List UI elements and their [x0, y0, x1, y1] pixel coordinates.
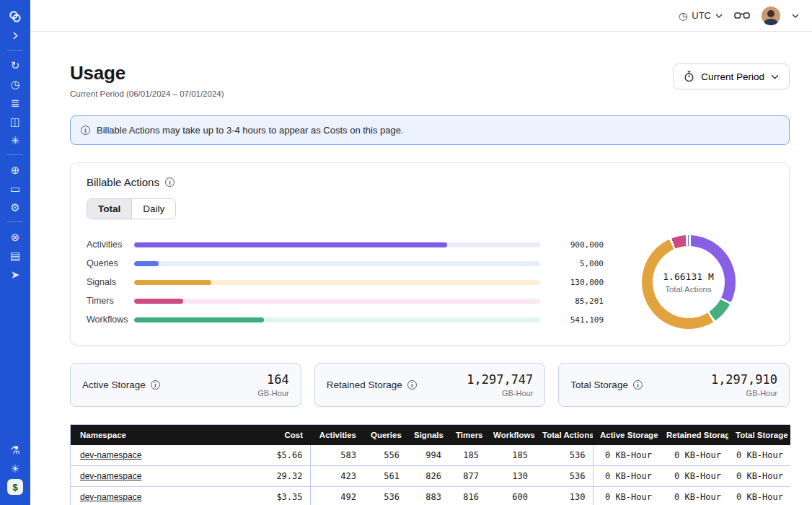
sidebar-divider	[7, 50, 23, 50]
table-row: dev-namespace $5.66 583 556 994 185 185 …	[71, 445, 790, 466]
active-storage-card: Active Storage i 164 GB-Hour	[70, 363, 301, 407]
cell-activities: 492	[310, 487, 363, 505]
col-workflows: Workflows	[486, 425, 535, 445]
tab-daily[interactable]: Daily	[132, 199, 175, 219]
info-icon[interactable]: i	[407, 380, 417, 390]
cell-retained-storage: 0 KB-Hour	[659, 445, 728, 466]
cube-icon: ◫	[10, 116, 20, 127]
col-total-storage: Total Storage	[728, 425, 790, 445]
bar-row-activities: Activities 900,000	[87, 238, 604, 252]
info-banner: i Billable Actions may take up to 3-4 ho…	[70, 115, 790, 145]
sidebar-item-getting-started[interactable]: ➤	[0, 265, 30, 284]
bar-label: Workflows	[87, 315, 134, 325]
sidebar-divider	[7, 154, 23, 155]
donut-total-value: 1.66131 M	[663, 271, 713, 282]
bar-track	[134, 280, 540, 285]
collapse-chevron-icon[interactable]	[0, 26, 30, 45]
cell-retained-storage: 0 KB-Hour	[659, 487, 728, 505]
page-subtitle: Current Period (06/01/2024 – 07/01/2024)	[70, 89, 224, 98]
info-icon[interactable]: i	[633, 380, 643, 390]
sidebar-item-labs[interactable]: ⚗	[0, 440, 30, 459]
retained-storage-card: Retained Storage i 1,297,747 GB-Hour	[314, 363, 546, 407]
billable-actions-tabs: Total Daily	[87, 198, 176, 219]
bar-row-timers: Timers 85,201	[87, 294, 604, 308]
cell-activities: 583	[310, 445, 363, 466]
avatar[interactable]	[762, 6, 780, 25]
sidebar-item-schedules[interactable]: ◷	[0, 74, 30, 93]
namespace-link[interactable]: dev-namespace	[80, 471, 141, 481]
bar-fill	[134, 280, 211, 285]
glasses-icon[interactable]	[734, 11, 750, 20]
bar-row-signals: Signals 130,000	[87, 276, 604, 289]
cell-total-actions: 536	[535, 445, 593, 466]
billing-card-icon: ▭	[10, 183, 20, 194]
flask-icon: ⚗	[10, 444, 19, 455]
rocket-icon: ➤	[11, 269, 20, 280]
cell-queries: 536	[363, 487, 407, 505]
tab-total[interactable]: Total	[87, 199, 132, 219]
period-selector-button[interactable]: Current Period	[673, 63, 790, 89]
bar-row-queries: Queries 5,000	[87, 257, 604, 271]
chevron-down-icon	[715, 14, 723, 18]
namespace-link[interactable]: dev-namespace	[80, 492, 141, 502]
stat-label: Retained Storage	[327, 379, 402, 390]
workflows-icon: ↻	[11, 60, 20, 71]
cell-timers: 185	[449, 445, 486, 466]
bar-label: Queries	[87, 258, 134, 268]
sidebar-item-docs[interactable]: ▤	[0, 246, 30, 265]
docs-book-icon: ▤	[10, 250, 20, 261]
info-icon[interactable]: i	[151, 380, 160, 390]
bar-value: 130,000	[540, 278, 604, 287]
cell-signals: 883	[407, 487, 449, 505]
bar-value: 5,000	[540, 259, 604, 268]
info-icon[interactable]: i	[165, 177, 175, 187]
sidebar-item-theme[interactable]: ☀	[0, 459, 30, 478]
sidebar-item-workflows[interactable]: ↻	[0, 56, 30, 74]
sidebar-item-usage[interactable]: $	[0, 478, 30, 496]
donut-caption: Total Actions	[665, 285, 712, 294]
cell-workflows: 130	[486, 466, 535, 487]
col-retained-storage: Retained Storage	[659, 425, 728, 445]
total-storage-card: Total Storage i 1,297,910 GB-Hour	[558, 363, 790, 407]
col-timers: Timers	[449, 425, 486, 445]
bar-value: 541,109	[540, 315, 604, 325]
namespace-link[interactable]: dev-namespace	[80, 450, 141, 460]
stopwatch-icon	[684, 71, 694, 82]
sidebar-item-support[interactable]: ⊗	[0, 227, 30, 246]
layers-icon: ≣	[11, 97, 20, 108]
col-signals: Signals	[407, 425, 449, 445]
sidebar-item-settings[interactable]: ⚙	[0, 198, 30, 216]
cell-queries: 561	[363, 466, 407, 487]
info-icon: i	[81, 126, 90, 135]
settings-gear-icon: ⚙	[10, 202, 19, 213]
temporal-logo-icon[interactable]	[0, 7, 30, 26]
col-active-storage: Active Storage	[593, 425, 659, 445]
table-header-row: Namespace Cost Activities Queries Signal…	[71, 425, 790, 445]
timezone-label: UTC	[692, 10, 711, 21]
bar-track	[134, 242, 540, 247]
account-chevron-down-icon[interactable]	[792, 14, 799, 18]
sidebar: ↻ ◷ ≣ ◫ ✳ ⊕ ▭ ⚙ ⊗ ▤ ➤ ⚗ ☀ $	[0, 0, 30, 505]
page-title: Usage	[70, 62, 224, 84]
clock-icon: ◷	[679, 10, 687, 22]
bar-fill	[134, 242, 447, 247]
sidebar-item-billing[interactable]: ▭	[0, 179, 30, 198]
stat-unit: GB-Hour	[711, 389, 777, 398]
sidebar-item-regions[interactable]: ⊕	[0, 160, 30, 179]
stat-unit: GB-Hour	[467, 389, 533, 398]
chevron-down-icon	[771, 74, 779, 79]
cell-retained-storage: 0 KB-Hour	[659, 466, 728, 487]
billable-actions-bar-chart: Activities 900,000 Queries 5,000 Signals…	[87, 238, 604, 327]
sidebar-item-nexus[interactable]: ✳	[0, 131, 30, 149]
col-namespace: Namespace	[71, 425, 265, 445]
total-actions-donut: 1.66131 M Total Actions	[642, 235, 736, 329]
stat-value: 1,297,747	[467, 372, 533, 387]
bar-value: 85,201	[540, 297, 604, 306]
sidebar-divider	[7, 221, 23, 222]
cell-total-storage: 0 KB-Hour	[728, 487, 790, 505]
sidebar-item-namespaces[interactable]: ≣	[0, 93, 30, 112]
sidebar-item-deployments[interactable]: ◫	[0, 112, 30, 131]
cell-cost: 29.32	[265, 466, 310, 487]
main-content: Usage Current Period (06/01/2024 – 07/01…	[30, 62, 812, 505]
timezone-dropdown[interactable]: ◷ UTC	[679, 10, 723, 22]
